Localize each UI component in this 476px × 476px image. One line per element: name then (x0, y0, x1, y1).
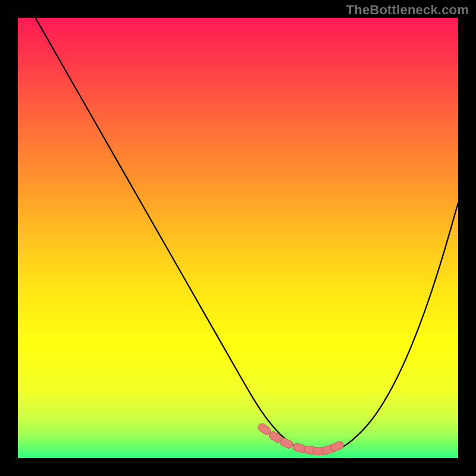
chart-frame: TheBottleneck.com (0, 0, 476, 476)
gradient-background (18, 18, 458, 458)
chart-svg (18, 18, 458, 458)
plot-area (18, 18, 458, 458)
watermark-text: TheBottleneck.com (346, 2, 469, 18)
